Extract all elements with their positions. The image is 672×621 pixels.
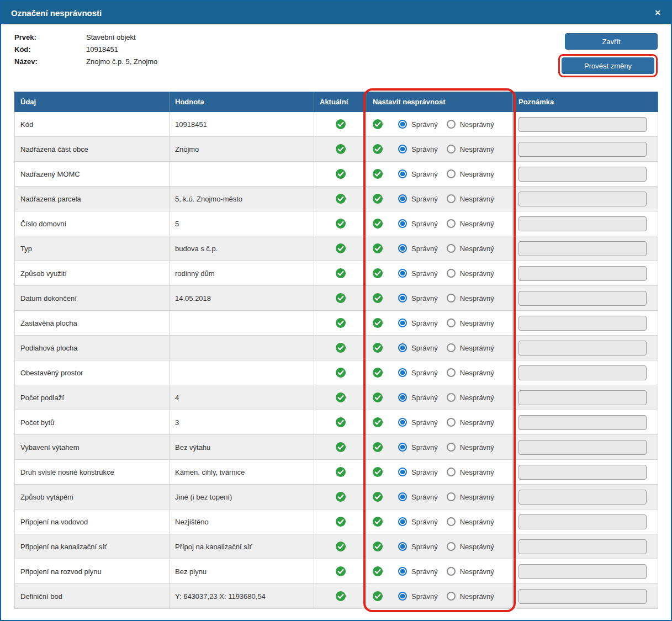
check-circle-icon bbox=[373, 392, 383, 402]
radio-nespravny[interactable] bbox=[447, 120, 456, 129]
note-input[interactable] bbox=[518, 415, 647, 430]
radio-spravny[interactable] bbox=[398, 492, 407, 501]
radio-spravny[interactable] bbox=[398, 244, 407, 253]
radio-nespravny[interactable] bbox=[447, 319, 456, 327]
cell-udaj: Obestavěný prostor bbox=[15, 360, 170, 385]
check-circle-icon bbox=[373, 243, 383, 253]
cell-aktualni bbox=[314, 187, 367, 211]
radio-spravny[interactable] bbox=[398, 592, 407, 601]
cell-hodnota: 3 bbox=[170, 410, 314, 435]
radio-spravny[interactable] bbox=[398, 294, 407, 302]
radio-spravny[interactable] bbox=[398, 219, 407, 228]
cell-nastavit: Správný Nesprávný bbox=[367, 162, 513, 187]
element-info-panel: Prvek: Stavební objekt Kód: 10918451 Náz… bbox=[14, 33, 157, 77]
note-input[interactable] bbox=[518, 440, 647, 455]
cell-nastavit: Správný Nesprávný bbox=[367, 485, 513, 509]
radio-nespravny[interactable] bbox=[447, 343, 456, 352]
cell-nastavit: Správný Nesprávný bbox=[367, 187, 513, 211]
radio-spravny[interactable] bbox=[398, 145, 407, 153]
radio-nespravny[interactable] bbox=[447, 244, 456, 253]
radio-nespravny-label: Nesprávný bbox=[460, 468, 494, 476]
radio-spravny[interactable] bbox=[398, 418, 407, 427]
cell-udaj: Definiční bod bbox=[15, 584, 170, 609]
cell-nastavit: Správný Nesprávný bbox=[367, 236, 513, 261]
note-input[interactable] bbox=[518, 341, 647, 355]
table-row: Způsob vytápění Jiné (i bez topení) S bbox=[15, 485, 658, 509]
note-input[interactable] bbox=[518, 216, 647, 231]
cell-hodnota: Znojmo bbox=[170, 137, 314, 162]
radio-nespravny[interactable] bbox=[447, 443, 456, 452]
note-input[interactable] bbox=[518, 514, 647, 529]
cell-aktualni bbox=[314, 336, 367, 360]
note-input[interactable] bbox=[518, 142, 647, 157]
note-input[interactable] bbox=[518, 390, 647, 405]
radio-nespravny[interactable] bbox=[447, 542, 456, 551]
radio-nespravny-label: Nesprávný bbox=[460, 245, 494, 253]
radio-nespravny[interactable] bbox=[447, 368, 456, 377]
radio-nespravny[interactable] bbox=[447, 468, 456, 476]
radio-spravny[interactable] bbox=[398, 393, 407, 402]
check-circle-icon bbox=[336, 169, 346, 179]
radio-nespravny[interactable] bbox=[447, 219, 456, 228]
note-input[interactable] bbox=[518, 539, 647, 554]
note-input[interactable] bbox=[518, 241, 647, 256]
radio-spravny[interactable] bbox=[398, 443, 407, 452]
radio-nespravny[interactable] bbox=[447, 517, 456, 526]
radio-spravny[interactable] bbox=[398, 319, 407, 327]
note-input[interactable] bbox=[518, 490, 647, 505]
note-input[interactable] bbox=[518, 564, 647, 579]
radio-spravny-label: Správný bbox=[411, 443, 438, 452]
close-icon[interactable]: ✕ bbox=[654, 9, 661, 17]
radio-nespravny[interactable] bbox=[447, 169, 456, 178]
radio-spravny[interactable] bbox=[398, 169, 407, 178]
radio-spravny[interactable] bbox=[398, 120, 407, 129]
close-button[interactable]: Zavřít bbox=[565, 33, 658, 50]
note-input[interactable] bbox=[518, 465, 647, 480]
header-hodnota: Hodnota bbox=[170, 92, 314, 112]
cell-aktualni bbox=[314, 509, 367, 534]
radio-spravny[interactable] bbox=[398, 343, 407, 352]
cell-nastavit: Správný Nesprávný bbox=[367, 311, 513, 336]
table-row: Nadřazená parcela 5, k.ú. Znojmo-město bbox=[15, 187, 658, 211]
check-circle-icon bbox=[373, 517, 383, 527]
cell-udaj: Připojení na vodovod bbox=[15, 509, 170, 534]
radio-spravny[interactable] bbox=[398, 269, 407, 278]
radio-nespravny[interactable] bbox=[447, 592, 456, 601]
cell-poznamka bbox=[513, 311, 658, 336]
check-circle-icon bbox=[373, 144, 383, 154]
note-input[interactable] bbox=[518, 316, 647, 331]
radio-nespravny-label: Nesprávný bbox=[460, 170, 494, 178]
modal-header-area: Prvek: Stavební objekt Kód: 10918451 Náz… bbox=[1, 24, 671, 92]
info-value-kod: 10918451 bbox=[86, 45, 157, 54]
apply-changes-button[interactable]: Provést změny bbox=[562, 57, 654, 74]
note-input[interactable] bbox=[518, 291, 647, 306]
radio-nespravny[interactable] bbox=[447, 269, 456, 278]
radio-spravny[interactable] bbox=[398, 468, 407, 476]
table-body: Kód 10918451 Správný bbox=[15, 112, 658, 609]
radio-spravny[interactable] bbox=[398, 567, 407, 576]
note-input[interactable] bbox=[518, 192, 647, 206]
radio-nespravny[interactable] bbox=[447, 567, 456, 576]
radio-nespravny[interactable] bbox=[447, 492, 456, 501]
note-input[interactable] bbox=[518, 167, 647, 182]
check-circle-icon bbox=[373, 318, 383, 328]
radio-spravny-label: Správný bbox=[411, 195, 438, 203]
radio-nespravny[interactable] bbox=[447, 294, 456, 302]
modal-titlebar: Označení nesprávnosti ✕ bbox=[1, 1, 671, 24]
radio-nespravny[interactable] bbox=[447, 145, 456, 153]
note-input[interactable] bbox=[518, 266, 647, 281]
radio-spravny[interactable] bbox=[398, 517, 407, 526]
table-row: Podlahová plocha Správný bbox=[15, 336, 658, 360]
check-circle-icon bbox=[336, 467, 346, 477]
radio-nespravny[interactable] bbox=[447, 194, 456, 203]
cell-nastavit: Správný Nesprávný bbox=[367, 336, 513, 360]
radio-spravny[interactable] bbox=[398, 194, 407, 203]
radio-spravny-label: Správný bbox=[411, 592, 438, 601]
radio-nespravny[interactable] bbox=[447, 418, 456, 427]
note-input[interactable] bbox=[518, 589, 647, 604]
radio-spravny[interactable] bbox=[398, 542, 407, 551]
radio-spravny[interactable] bbox=[398, 368, 407, 377]
note-input[interactable] bbox=[518, 365, 647, 380]
note-input[interactable] bbox=[518, 117, 647, 132]
radio-nespravny[interactable] bbox=[447, 393, 456, 402]
